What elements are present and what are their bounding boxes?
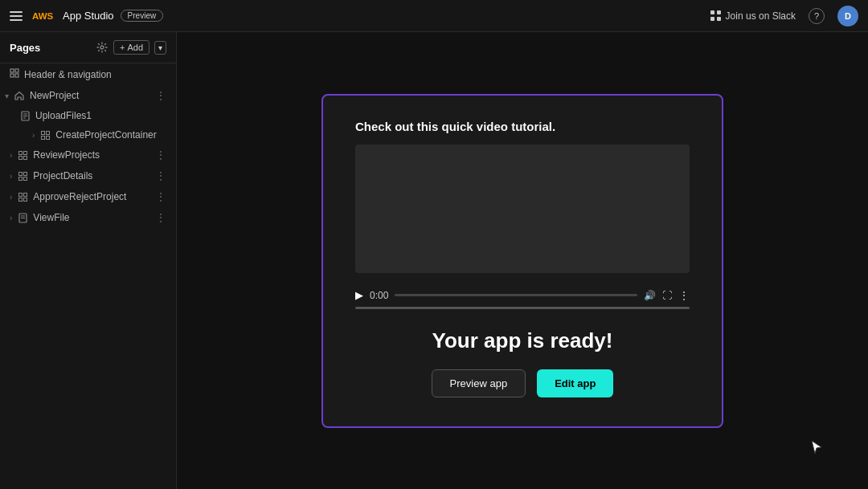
video-progress-line xyxy=(355,307,690,309)
svg-rect-11 xyxy=(46,131,49,134)
add-label: Add xyxy=(127,43,143,52)
ready-title: Your app is ready! xyxy=(432,328,613,353)
more-icon-5[interactable]: ⋮ xyxy=(155,211,166,224)
sidebar-item-approvereject[interactable]: › ApproveRejectProject ⋮ xyxy=(0,186,176,207)
newproject-label: NewProject xyxy=(30,90,150,101)
video-more-icon[interactable]: ⋮ xyxy=(678,289,690,302)
grid-icon-4 xyxy=(17,191,28,202)
chevron-right-icon-4: › xyxy=(10,193,12,202)
volume-icon[interactable]: 🔊 xyxy=(644,290,656,301)
user-avatar[interactable]: D xyxy=(837,6,858,26)
approvereject-label: ApproveRejectProject xyxy=(33,191,150,202)
content-area: Check out this quick video tutorial. ▶ 0… xyxy=(177,32,868,489)
more-icon[interactable]: ⋮ xyxy=(155,89,166,102)
svg-rect-16 xyxy=(18,156,22,159)
reviewprojects-label: ReviewProjects xyxy=(33,149,150,161)
chevron-right-icon-2: › xyxy=(10,151,12,160)
svg-rect-3 xyxy=(15,69,18,72)
time-display: 0:00 xyxy=(370,290,388,301)
aws-logo: AWS xyxy=(32,8,58,24)
chevron-right-icon: › xyxy=(32,131,35,140)
slack-icon xyxy=(710,10,722,22)
ready-modal: Check out this quick video tutorial. ▶ 0… xyxy=(321,94,723,428)
viewfile-label: ViewFile xyxy=(33,212,150,223)
chevron-right-icon-3: › xyxy=(10,172,12,181)
svg-rect-10 xyxy=(41,131,44,134)
video-tutorial-label: Check out this quick video tutorial. xyxy=(355,120,555,133)
sidebar-item-header-nav[interactable]: Header & navigation xyxy=(0,63,176,85)
topnav-right: Join us on Slack ? D xyxy=(710,6,858,26)
sidebar-item-uploadfiles[interactable]: UploadFiles1 xyxy=(0,106,176,125)
video-controls: ▶ 0:00 🔊 ⛶ ⋮ xyxy=(355,289,690,302)
action-buttons: Preview app Edit app xyxy=(432,369,614,397)
svg-rect-13 xyxy=(46,136,49,139)
sidebar-header: Pages + Add ▾ xyxy=(0,32,176,63)
svg-rect-19 xyxy=(23,172,27,175)
topnav-left: AWS App Studio Preview xyxy=(10,8,163,24)
more-icon-2[interactable]: ⋮ xyxy=(155,149,166,161)
progress-bar[interactable] xyxy=(395,294,637,296)
gear-icon[interactable] xyxy=(96,41,108,54)
brand-name: App Studio xyxy=(63,10,114,22)
svg-text:AWS: AWS xyxy=(32,11,54,21)
grid-icon-3 xyxy=(17,170,28,181)
fullscreen-icon[interactable]: ⛶ xyxy=(662,290,672,301)
projectdetails-label: ProjectDetails xyxy=(33,170,150,181)
svg-rect-23 xyxy=(23,193,27,196)
uploadfiles-label: UploadFiles1 xyxy=(35,110,166,121)
plus-icon: + xyxy=(120,43,125,52)
svg-rect-17 xyxy=(23,156,27,159)
add-dropdown-button[interactable]: ▾ xyxy=(154,41,166,55)
header-nav-label: Header & navigation xyxy=(24,69,112,80)
slack-link-label: Join us on Slack xyxy=(726,10,796,22)
grid-icon-2 xyxy=(17,149,28,161)
video-player xyxy=(355,145,690,273)
file-icon-2 xyxy=(17,212,28,223)
chevron-right-icon-5: › xyxy=(10,214,12,222)
svg-rect-12 xyxy=(41,136,44,139)
more-icon-4[interactable]: ⋮ xyxy=(155,190,166,203)
play-button[interactable]: ▶ xyxy=(355,289,363,301)
top-navbar: AWS App Studio Preview Join us on Slack … xyxy=(0,0,868,32)
svg-point-1 xyxy=(100,46,104,49)
svg-rect-22 xyxy=(18,193,22,196)
slack-link[interactable]: Join us on Slack xyxy=(710,10,796,22)
grid-icon xyxy=(10,68,19,80)
svg-rect-24 xyxy=(18,198,22,201)
add-page-button[interactable]: + Add xyxy=(113,40,149,55)
chevron-down-icon: ▾ xyxy=(5,92,9,100)
svg-rect-20 xyxy=(18,177,22,180)
sidebar-item-newproject[interactable]: ▾ NewProject ⋮ xyxy=(0,85,176,106)
sidebar: Pages + Add ▾ xyxy=(0,32,177,489)
svg-rect-21 xyxy=(23,177,27,180)
svg-rect-15 xyxy=(23,151,27,154)
help-button[interactable]: ? xyxy=(809,8,825,24)
more-icon-3[interactable]: ⋮ xyxy=(155,169,166,182)
cursor-pointer xyxy=(809,439,825,455)
svg-rect-14 xyxy=(18,151,22,154)
sidebar-title: Pages xyxy=(10,42,91,54)
logo-area: AWS App Studio xyxy=(32,8,114,24)
home-icon xyxy=(14,90,25,101)
createproject-label: CreateProjectContainer xyxy=(55,129,166,141)
hamburger-menu-icon[interactable] xyxy=(10,8,26,24)
grid-small-icon xyxy=(39,129,51,141)
preview-badge: Preview xyxy=(121,10,164,22)
sidebar-item-projectdetails[interactable]: › ProjectDetails ⋮ xyxy=(0,165,176,186)
edit-app-button[interactable]: Edit app xyxy=(537,369,613,397)
svg-rect-25 xyxy=(23,198,27,201)
preview-app-button[interactable]: Preview app xyxy=(432,369,526,397)
svg-rect-5 xyxy=(15,74,18,77)
svg-rect-4 xyxy=(10,74,14,77)
sidebar-item-reviewprojects[interactable]: › ReviewProjects ⋮ xyxy=(0,145,176,165)
sidebar-item-viewfile[interactable]: › ViewFile ⋮ xyxy=(0,207,176,228)
main-layout: Pages + Add ▾ xyxy=(0,32,868,489)
svg-rect-18 xyxy=(18,172,22,175)
file-icon xyxy=(19,110,31,121)
svg-rect-2 xyxy=(10,69,14,72)
sidebar-item-createproject[interactable]: › CreateProjectContainer xyxy=(0,125,176,145)
